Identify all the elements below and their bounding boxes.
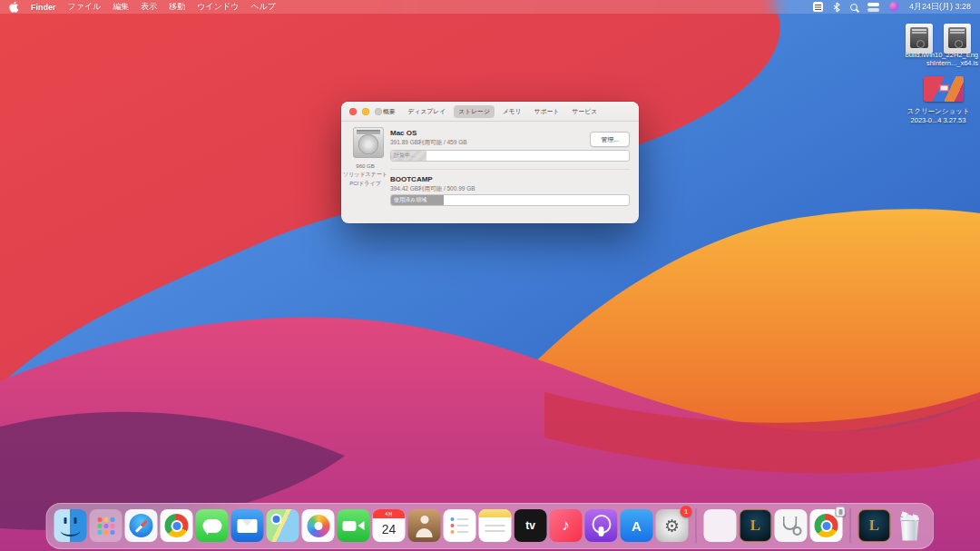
- window-tabs: 概要 ディスプレイ ストレージ メモリ サポート サービス: [378, 105, 602, 118]
- volume-divider: [390, 169, 630, 170]
- window-titlebar[interactable]: 概要 ディスプレイ ストレージ メモリ サポート サービス: [341, 102, 639, 122]
- dock-divider: [850, 508, 851, 543]
- desktop: Finder ファイル 編集 表示 移動 ウインドウ ヘルプ 4月24日(月) …: [0, 0, 980, 551]
- gear-icon: ⚙: [664, 516, 680, 536]
- storage-pane: Mac OS 391.89 GB利用可能 / 459 GB 管理... 計算中.…: [341, 122, 639, 223]
- desktop-screenshot-file[interactable]: [924, 76, 964, 102]
- zoom-button[interactable]: [375, 108, 382, 115]
- dock-repair-tool[interactable]: [775, 509, 808, 542]
- dock: 4月 24 tv ♪ A ⚙ 1 L L: [46, 503, 935, 549]
- menu-edit[interactable]: 編集: [113, 1, 129, 13]
- about-this-mac-window: 概要 ディスプレイ ストレージ メモリ サポート サービス Mac OS 391…: [341, 102, 639, 223]
- dock-contacts[interactable]: [408, 509, 441, 542]
- hard-drive-icon: [353, 127, 384, 158]
- chrome-icon: [815, 514, 838, 537]
- siri-icon[interactable]: [889, 2, 899, 12]
- control-center-icon[interactable]: [867, 3, 879, 12]
- chrome-icon: [165, 514, 189, 537]
- menu-help[interactable]: ヘルプ: [250, 1, 276, 13]
- update-badge: [836, 507, 846, 517]
- dock-chrome-2[interactable]: [810, 509, 843, 542]
- tab-storage[interactable]: ストレージ: [454, 105, 495, 118]
- volume-detail-macos: 391.89 GB利用可能 / 459 GB: [390, 139, 467, 147]
- dock-chrome[interactable]: [161, 509, 193, 542]
- dock-system-preferences[interactable]: ⚙ 1: [656, 509, 689, 542]
- dock-podcasts[interactable]: [585, 509, 618, 542]
- dock-safari[interactable]: [125, 509, 158, 542]
- calendar-month: 4月: [373, 509, 406, 518]
- storage-bar-bootcamp: 使用済み領域: [390, 194, 630, 206]
- music-note-icon: ♪: [562, 517, 570, 535]
- disk-image-icon: [948, 27, 966, 48]
- tab-support[interactable]: サポート: [530, 105, 564, 118]
- screenshot-thumbnail-icon: [924, 76, 964, 102]
- dock-finder[interactable]: [54, 509, 87, 542]
- tab-displays[interactable]: ディスプレイ: [404, 105, 451, 118]
- menu-app-name[interactable]: Finder: [31, 3, 56, 12]
- dock-facetime[interactable]: [338, 509, 370, 542]
- wallpaper: [0, 0, 980, 551]
- volume-name-bootcamp: BOOTCAMP: [390, 175, 433, 183]
- notes-header: [479, 509, 512, 517]
- manage-button[interactable]: 管理...: [590, 132, 630, 147]
- dock-reminders[interactable]: [444, 509, 476, 542]
- bluetooth-icon[interactable]: [833, 2, 840, 13]
- dock-launchpad[interactable]: [90, 509, 122, 542]
- desktop-file-iso-2[interactable]: [944, 24, 971, 54]
- dock-divider: [696, 508, 697, 543]
- spotlight-icon[interactable]: [850, 4, 858, 11]
- input-source-icon[interactable]: [813, 2, 823, 12]
- dock-music[interactable]: ♪: [550, 509, 583, 542]
- menu-window[interactable]: ウインドウ: [197, 1, 239, 13]
- storage-segment-calculating: 計算中...: [391, 151, 426, 161]
- trash-can-icon: [900, 517, 920, 541]
- envelope-icon: [238, 519, 258, 533]
- dock-trash[interactable]: [894, 509, 926, 542]
- dock-league-of-legends-2[interactable]: L: [858, 509, 891, 542]
- dock-photos[interactable]: [302, 509, 335, 542]
- disk-image-icon: [910, 27, 928, 48]
- storage-bar-macos: 計算中...: [390, 150, 630, 162]
- desktop-screenshot-label[interactable]: スクリーンショット 2023-0...4 3.27.53: [897, 107, 980, 125]
- tab-service[interactable]: サービス: [567, 105, 602, 118]
- dock-league-of-legends[interactable]: L: [740, 509, 772, 542]
- menubar-clock[interactable]: 4月24日(月) 3:28: [909, 1, 971, 13]
- dock-app-store[interactable]: A: [621, 509, 653, 542]
- dock-notes[interactable]: [479, 509, 512, 542]
- menu-view[interactable]: 表示: [141, 1, 157, 13]
- calendar-day: 24: [373, 518, 406, 540]
- dock-calendar[interactable]: 4月 24: [373, 509, 406, 542]
- tab-memory[interactable]: メモリ: [498, 105, 526, 118]
- dock-maps[interactable]: [267, 509, 299, 542]
- close-button[interactable]: [349, 108, 357, 115]
- desktop-files: [906, 24, 971, 54]
- menu-file[interactable]: ファイル: [68, 1, 102, 13]
- desktop-file-iso-1[interactable]: [906, 24, 933, 54]
- minimize-button[interactable]: [362, 108, 369, 115]
- dock-mail[interactable]: [231, 509, 264, 542]
- physical-drive-label: 960 GB ソリッドステート PCIドライブ: [341, 162, 389, 188]
- volume-detail-bootcamp: 394.42 GB利用可能 / 500.99 GB: [390, 185, 475, 193]
- apple-menu-icon[interactable]: [9, 1, 19, 13]
- notification-badge: 1: [681, 506, 692, 517]
- menu-bar: Finder ファイル 編集 表示 移動 ウインドウ ヘルプ 4月24日(月) …: [0, 0, 980, 14]
- dock-blank-app[interactable]: [704, 509, 737, 542]
- dock-messages[interactable]: [196, 509, 229, 542]
- dock-apple-tv[interactable]: tv: [514, 509, 547, 542]
- volume-name-macos: Mac OS: [390, 129, 416, 137]
- storage-segment-used: 使用済み領域: [391, 195, 444, 205]
- desktop-file-labels[interactable]: build.iWin10_22H2_Eng shIntern..._x64.is: [877, 51, 978, 68]
- menu-go[interactable]: 移動: [169, 1, 185, 13]
